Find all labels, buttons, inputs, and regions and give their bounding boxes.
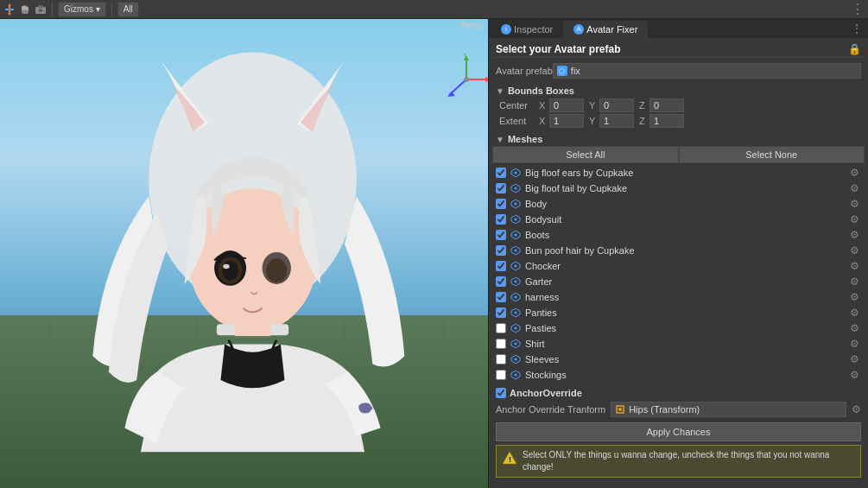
mesh-icon (510, 369, 522, 381)
hand-icon[interactable] (19, 3, 31, 16)
gizmos-label: Gizmos ▾ (64, 4, 100, 14)
prefab-input[interactable]: ⬡ fix (553, 63, 861, 79)
bounds-extent-label: Extent (499, 116, 534, 126)
mesh-checkbox[interactable] (496, 354, 506, 364)
mesh-settings-icon[interactable]: ⚙ (848, 244, 861, 257)
lock-icon[interactable]: 🔒 (848, 43, 861, 55)
mesh-settings-icon[interactable]: ⚙ (848, 369, 861, 381)
bounds-center-x-input[interactable] (549, 98, 584, 112)
mesh-checkbox[interactable] (496, 370, 506, 380)
mesh-settings-icon[interactable]: ⚙ (848, 229, 861, 241)
mesh-settings-icon[interactable]: ⚙ (848, 213, 861, 225)
panel-menu-icon[interactable]: ⋮ (847, 19, 866, 38)
mesh-list-item: harness⚙ (492, 289, 865, 305)
bounds-extent-y-input[interactable] (599, 114, 634, 128)
mesh-checkbox[interactable] (496, 168, 506, 178)
tab-inspector[interactable]: i Inspector (491, 21, 563, 38)
mesh-list: Big floof ears by Cupkake⚙ Big floof tai… (492, 165, 865, 383)
prefab-label: Avatar prefab (496, 66, 553, 76)
mesh-checkbox[interactable] (496, 261, 506, 271)
gizmos-button[interactable]: Gizmos ▾ (58, 2, 106, 17)
mesh-settings-icon[interactable]: ⚙ (848, 167, 861, 179)
svg-rect-12 (38, 5, 43, 8)
svg-point-67 (515, 296, 517, 299)
viewport[interactable]: Y X Persp (0, 19, 488, 488)
mesh-list-item: Shirt⚙ (492, 336, 865, 352)
select-none-button[interactable]: Select None (679, 146, 865, 163)
avatar-fixer-tab-label: Avatar Fixer (586, 24, 637, 35)
mesh-settings-icon[interactable]: ⚙ (848, 307, 861, 319)
meshes-section-header[interactable]: ▼ Meshes (492, 132, 865, 146)
mesh-checkbox[interactable] (496, 245, 506, 256)
mesh-settings-icon[interactable]: ⚙ (848, 322, 861, 334)
mesh-icon (510, 291, 522, 303)
svg-point-59 (515, 234, 517, 237)
warning-icon: ! (502, 450, 517, 467)
tab-avatar-fixer[interactable]: A Avatar Fixer (563, 21, 648, 38)
mesh-checkbox[interactable] (496, 307, 506, 318)
mesh-icon (510, 213, 522, 225)
apply-changes-button[interactable]: Apply Chances (496, 422, 861, 441)
right-panel: i Inspector A Avatar Fixer ⋮ Select your… (488, 19, 868, 488)
mesh-name: Bodysuit (525, 214, 848, 225)
bounds-section-header[interactable]: ▼ Bounds Boxes (492, 84, 865, 98)
mesh-name: Body (525, 199, 848, 209)
mesh-list-item: Big floof tail by Cupkake⚙ (492, 181, 865, 196)
mesh-checkbox[interactable] (496, 339, 506, 349)
mesh-settings-icon[interactable]: ⚙ (848, 276, 861, 288)
anchor-settings-icon[interactable]: ⚙ (852, 403, 861, 415)
mesh-checkbox[interactable] (496, 230, 506, 240)
viewport-axes: Y X (440, 54, 488, 105)
svg-rect-7 (23, 5, 25, 10)
move-icon[interactable] (3, 3, 16, 16)
menu-dots-icon[interactable]: ⋮ (851, 1, 865, 17)
bounds-extent-x-input[interactable] (549, 114, 584, 128)
svg-rect-9 (27, 6, 29, 10)
mesh-icon (510, 229, 522, 241)
mesh-settings-icon[interactable]: ⚙ (848, 338, 861, 350)
mesh-name: Pasties (525, 323, 848, 333)
select-all-button[interactable]: Select All (492, 146, 679, 163)
bounds-center-z-input[interactable] (649, 98, 684, 112)
svg-marker-46 (447, 92, 455, 97)
bounds-center-label: Center (499, 100, 534, 111)
svg-point-32 (222, 261, 238, 280)
mesh-checkbox[interactable] (496, 183, 506, 193)
mesh-checkbox[interactable] (496, 199, 506, 209)
mesh-settings-icon[interactable]: ⚙ (848, 353, 861, 365)
mesh-checkbox[interactable] (496, 214, 506, 225)
mesh-checkbox[interactable] (496, 292, 506, 302)
bounds-center-y-input[interactable] (599, 98, 634, 112)
anchor-value-field[interactable]: Hips (Transform) (611, 402, 846, 417)
anchor-section-header[interactable]: AnchorOverride (492, 386, 865, 400)
meshes-title: Meshes (508, 134, 542, 144)
mesh-name: Sleeves (525, 354, 848, 364)
anchor-override-checkbox[interactable] (496, 388, 506, 398)
mesh-list-item: Chocker⚙ (492, 258, 865, 274)
all-button[interactable]: All (117, 2, 139, 17)
mesh-icon (510, 260, 522, 272)
mesh-checkbox[interactable] (496, 323, 506, 333)
avatar-fixer-tab-icon: A (573, 24, 584, 35)
warning-box: ! Select ONLY the things u wanna change,… (496, 445, 861, 478)
bounds-extent-x-field: X (539, 114, 584, 128)
mesh-icon (510, 276, 522, 288)
svg-marker-4 (8, 13, 11, 16)
anchor-section-title: AnchorOverride (510, 388, 582, 398)
bounds-extent-z-input[interactable] (649, 114, 684, 128)
mesh-list-item: Panties⚙ (492, 305, 865, 320)
mesh-settings-icon[interactable]: ⚙ (848, 198, 861, 210)
mesh-settings-icon[interactable]: ⚙ (848, 182, 861, 194)
mesh-checkbox[interactable] (496, 276, 506, 287)
camera-icon[interactable] (35, 3, 47, 16)
mesh-settings-icon[interactable]: ⚙ (848, 260, 861, 272)
mesh-list-item: Big floof ears by Cupkake⚙ (492, 165, 865, 181)
panel-title-row: Select your Avatar prefab 🔒 (492, 41, 865, 58)
mesh-name: Stockings (525, 370, 848, 380)
bounds-center-z-field: Z (639, 98, 684, 112)
mesh-name: Big floof ears by Cupkake (525, 168, 848, 178)
mesh-list-item: Stockings⚙ (492, 367, 865, 383)
mesh-settings-icon[interactable]: ⚙ (848, 291, 861, 303)
mesh-name: Big floof tail by Cupkake (525, 183, 848, 193)
toolbar-separator-2 (111, 3, 112, 16)
